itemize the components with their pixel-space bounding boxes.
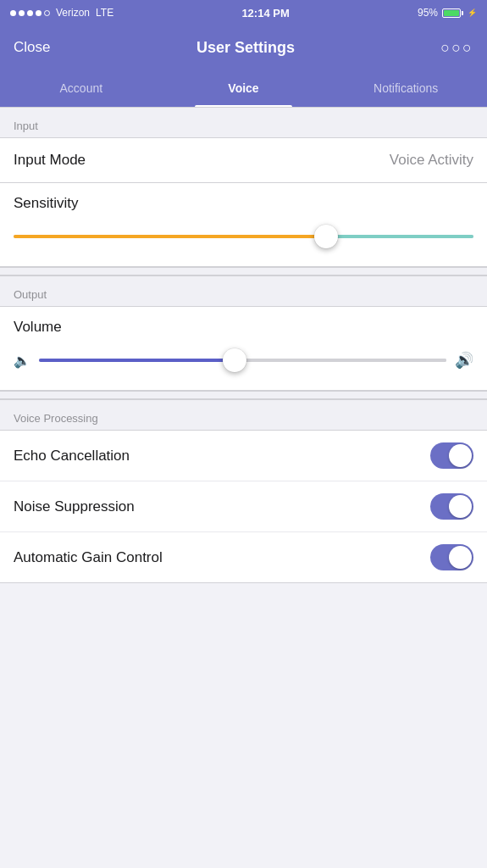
volume-filled [39,359,235,362]
noise-suppression-label: Noise Suppression [14,498,135,515]
carrier-label: Verizon [56,7,90,19]
volume-high-icon: 🔊 [455,351,473,370]
sensitivity-track-wrap[interactable] [14,224,473,249]
time-label: 12:14 PM [241,7,289,19]
sensitivity-label: Sensitivity [14,195,473,212]
voice-processing-header: Voice Processing [0,399,487,431]
input-mode-value: Voice Activity [390,152,473,169]
volume-unfilled [235,359,446,362]
signal-dot-1 [10,10,16,16]
sensitivity-filled [14,235,326,238]
volume-thumb[interactable] [223,348,246,372]
agc-label: Automatic Gain Control [14,549,163,566]
battery-body [442,8,461,18]
volume-label: Volume [14,319,473,336]
page-title: User Settings [196,39,295,57]
tab-account[interactable]: Account [0,70,163,107]
output-spacer [0,267,487,275]
noise-suppression-toggle[interactable] [430,493,473,520]
sensitivity-track [14,235,473,238]
output-section-header: Output [0,275,487,307]
volume-section: Volume 🔈 🔊 [0,307,487,391]
voice-processing-spacer [0,391,487,399]
sensitivity-section: Sensitivity [0,183,487,267]
battery-percent: 95% [418,7,438,19]
sensitivity-thumb[interactable] [314,225,338,248]
battery-tip [462,11,463,15]
sensitivity-slider-container [14,224,473,249]
battery-fill [444,10,459,16]
noise-suppression-row: Noise Suppression [0,481,487,532]
close-button[interactable]: Close [14,39,50,56]
signal-dot-2 [19,10,25,16]
agc-row: Automatic Gain Control [0,532,487,582]
agc-toggle[interactable] [430,544,473,570]
input-mode-label: Input Mode [14,152,86,169]
battery-area: 95% ⚡ [418,7,477,19]
voice-processing-group: Echo Cancellation Noise Suppression Auto… [0,431,487,583]
battery-icon [442,8,463,18]
status-bar: Verizon LTE 12:14 PM 95% ⚡ [0,0,487,25]
input-mode-row: Input Mode Voice Activity [0,138,487,182]
tab-notifications[interactable]: Notifications [324,70,487,107]
network-label: LTE [96,7,113,19]
echo-cancellation-label: Echo Cancellation [14,448,130,465]
sensitivity-unfilled [326,235,473,238]
signal-dot-4 [36,10,42,16]
charging-icon: ⚡ [468,8,477,17]
tab-voice[interactable]: Voice [163,70,325,107]
more-button[interactable]: ○○○ [440,39,473,57]
volume-low-icon: 🔈 [14,353,30,369]
signal-dot-5 [44,10,50,16]
volume-slider-container: 🔈 🔊 [14,348,473,373]
nav-bar: Close User Settings ○○○ [0,25,487,70]
tab-bar: Account Voice Notifications [0,70,487,107]
volume-track-wrap[interactable] [39,348,446,373]
input-section-header: Input [0,107,487,138]
echo-cancellation-row: Echo Cancellation [0,431,487,481]
signal-dot-3 [27,10,33,16]
signal-area: Verizon LTE [10,7,113,19]
echo-cancellation-toggle[interactable] [430,442,473,469]
input-mode-group: Input Mode Voice Activity [0,138,487,183]
